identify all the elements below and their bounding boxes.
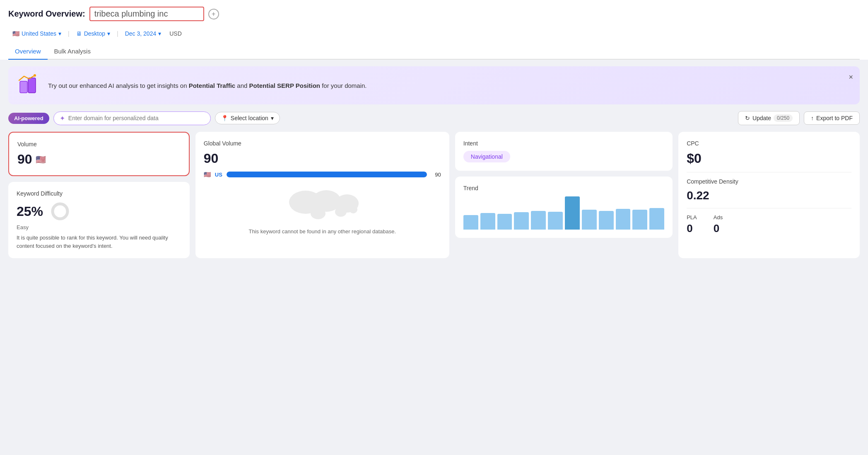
chevron-down-icon: ▾ xyxy=(58,30,61,37)
pla-value: 0 xyxy=(687,222,697,235)
svg-point-9 xyxy=(335,207,347,217)
update-button[interactable]: ↻ Update 0/250 xyxy=(738,111,800,125)
location-placeholder-label: Select location xyxy=(231,115,268,121)
keyword-difficulty-card: Keyword Difficulty 25% Easy It is quite … xyxy=(8,182,190,258)
filter-separator-2: | xyxy=(117,30,118,37)
tab-bulk-analysis[interactable]: Bulk Analysis xyxy=(48,44,97,60)
trend-bar-9 xyxy=(599,211,614,230)
ads-value: 0 xyxy=(714,222,723,235)
keyword-input[interactable] xyxy=(89,7,204,21)
trend-bar-4 xyxy=(514,212,529,230)
us-bar-fill xyxy=(227,172,427,177)
volume-flag: 🇺🇸 xyxy=(36,155,46,165)
world-map xyxy=(204,184,441,225)
trend-bar-11 xyxy=(632,210,647,230)
intent-label: Intent xyxy=(463,140,664,147)
location-select-button[interactable]: 📍 Select location ▾ xyxy=(215,112,280,124)
refresh-icon: ↻ xyxy=(745,115,750,121)
export-label: Export to PDF xyxy=(816,115,853,121)
ai-banner-close-button[interactable]: × xyxy=(849,73,853,82)
ads-label: Ads xyxy=(714,214,723,220)
no-data-text: This keyword cannot be found in any othe… xyxy=(204,228,441,235)
global-volume-label: Global Volume xyxy=(204,140,441,147)
cpc-label: CPC xyxy=(687,140,851,147)
ai-banner-icon xyxy=(17,73,41,98)
volume-card: Volume 90 🇺🇸 xyxy=(8,132,190,176)
trend-bar-2 xyxy=(480,213,495,230)
global-volume-value: 90 xyxy=(204,151,441,166)
us-bar-track xyxy=(227,172,427,177)
trend-bar-8 xyxy=(582,210,597,230)
trend-bar-1 xyxy=(463,215,478,230)
add-keyword-button[interactable]: + xyxy=(208,9,219,19)
trend-bar-12 xyxy=(649,208,664,230)
metrics-card: CPC $0 Competitive Density 0.22 PLA 0 Ad… xyxy=(678,132,860,258)
trend-bar-10 xyxy=(616,209,631,230)
volume-value: 90 xyxy=(17,152,32,167)
device-filter-button[interactable]: 🖥 Desktop ▾ xyxy=(72,29,114,39)
chevron-down-icon-4: ▾ xyxy=(271,115,274,121)
svg-rect-1 xyxy=(28,78,36,93)
ads-item: Ads 0 xyxy=(714,214,723,235)
update-count-badge: 0/250 xyxy=(774,114,793,122)
global-volume-card: Global Volume 90 🇺🇸 US 90 xyxy=(195,132,449,258)
svg-point-8 xyxy=(311,208,326,219)
export-pdf-button[interactable]: ↑ Export to PDF xyxy=(804,111,860,125)
comp-density-label: Competitive Density xyxy=(687,178,851,185)
currency-label: USD xyxy=(169,30,182,37)
kd-description: It is quite possible to rank for this ke… xyxy=(17,234,181,250)
page-title-prefix: Keyword Overview: xyxy=(8,9,85,19)
kd-easy-label: Easy xyxy=(17,224,181,230)
domain-input[interactable] xyxy=(68,115,205,121)
desktop-icon: 🖥 xyxy=(76,30,82,37)
pla-label: PLA xyxy=(687,214,697,220)
trend-card: Trend xyxy=(455,177,673,238)
svg-point-2 xyxy=(34,74,36,77)
us-flag-icon-2: 🇺🇸 xyxy=(204,171,211,178)
export-icon: ↑ xyxy=(811,115,814,121)
ai-powered-badge: AI-powered xyxy=(8,113,49,124)
location-pin-icon: 📍 xyxy=(221,115,228,121)
ai-banner-text: Try out our enhanced AI analysis to get … xyxy=(48,82,851,89)
country-label: United States xyxy=(22,30,56,37)
chevron-down-icon-3: ▾ xyxy=(158,30,161,37)
kd-value: 25% xyxy=(17,204,43,219)
volume-label: Volume xyxy=(17,141,181,148)
date-filter-button[interactable]: Dec 3, 2024 ▾ xyxy=(121,29,166,39)
sparkle-icon: ✦ xyxy=(60,114,65,122)
cpc-value: $0 xyxy=(687,151,851,166)
trend-bar-5 xyxy=(531,211,546,230)
divider-2 xyxy=(687,208,851,208)
trend-chart xyxy=(463,196,664,230)
trend-bar-6 xyxy=(548,212,563,230)
intent-badge: Navigational xyxy=(463,151,510,162)
domain-input-wrapper[interactable]: ✦ xyxy=(53,111,211,125)
tab-overview[interactable]: Overview xyxy=(8,44,48,60)
filter-separator-1: | xyxy=(68,30,70,37)
trend-bar-7 xyxy=(565,196,580,230)
global-volume-bar-row: 🇺🇸 US 90 xyxy=(204,171,441,178)
pla-item: PLA 0 xyxy=(687,214,697,235)
country-filter-button[interactable]: 🇺🇸 United States ▾ xyxy=(8,29,65,39)
kd-donut-chart xyxy=(50,201,70,222)
ai-banner: Try out our enhanced AI analysis to get … xyxy=(8,66,860,104)
trend-bar-3 xyxy=(497,214,512,230)
device-label: Desktop xyxy=(84,30,105,37)
us-country-code: US xyxy=(215,172,222,178)
update-label: Update xyxy=(752,115,771,121)
date-label: Dec 3, 2024 xyxy=(125,30,157,37)
trend-label: Trend xyxy=(463,185,664,191)
pla-ads-section: PLA 0 Ads 0 xyxy=(687,214,851,235)
svg-point-3 xyxy=(53,204,68,219)
svg-rect-0 xyxy=(20,81,27,93)
comp-density-value: 0.22 xyxy=(687,189,851,202)
intent-card: Intent Navigational xyxy=(455,132,673,171)
svg-point-10 xyxy=(349,205,357,213)
chevron-down-icon-2: ▾ xyxy=(107,30,110,37)
divider-1 xyxy=(687,172,851,172)
us-flag-icon: 🇺🇸 xyxy=(12,30,19,37)
kd-label-text: Keyword Difficulty xyxy=(17,190,181,197)
us-bar-count: 90 xyxy=(431,172,441,178)
